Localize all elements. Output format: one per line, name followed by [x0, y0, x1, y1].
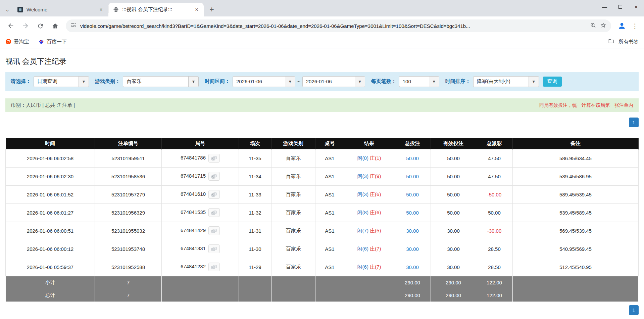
- cell-table-no: AS1: [315, 240, 344, 258]
- round-detail-button[interactable]: [208, 172, 220, 181]
- cell-result: 闲(3) 庄(9): [344, 167, 394, 185]
- cell-total-bet[interactable]: 50.00: [394, 167, 431, 185]
- cell-bet-id: 523101952588: [95, 258, 162, 276]
- table-row: 2026-01-06 06:02:30523101958536674841715…: [6, 167, 639, 185]
- cell-bet-id: 523101958536: [95, 167, 162, 185]
- footer-total-bet: 290.00: [394, 289, 431, 302]
- date-start-input[interactable]: 2026-01-06 ▼: [233, 76, 295, 87]
- bookmark-taobao[interactable]: 爱淘宝: [5, 39, 29, 45]
- sort-label: 时间排序：: [445, 78, 470, 85]
- bookmark-label: 百度一下: [47, 39, 67, 45]
- round-detail-button[interactable]: [208, 154, 220, 163]
- reload-button[interactable]: [34, 19, 47, 33]
- close-tab-icon[interactable]: ×: [97, 6, 105, 13]
- cell-game: 百家乐: [271, 185, 315, 203]
- cell-bet-id: 523101959511: [95, 149, 162, 167]
- cell-note: 586.95/634.45: [513, 149, 639, 167]
- cell-time: 2026-01-06 06:00:51: [6, 222, 95, 240]
- cell-total-bet[interactable]: 30.00: [394, 258, 431, 276]
- forward-button[interactable]: [19, 19, 32, 33]
- chevron-down-icon[interactable]: ▼: [429, 77, 439, 87]
- cell-payout: 28.50: [476, 240, 513, 258]
- date-end-input[interactable]: 2026-01-06 ▼: [302, 76, 365, 87]
- bet-table: 时间注单编号局号场次游戏类别桌号结果总投注有效投注总派彩备注 2026-01-0…: [5, 138, 639, 302]
- cell-result: 闲(6) 庄(7): [344, 240, 394, 258]
- browser-chrome: ⌄ Welcome × :::视讯 会员下注纪录::: × + — ×: [0, 0, 644, 48]
- pagination-bottom: 1: [5, 305, 639, 315]
- footer-payout: 122.00: [476, 276, 513, 289]
- profile-avatar[interactable]: [615, 19, 629, 33]
- maximize-button[interactable]: [612, 0, 628, 13]
- cell-payout: 28.50: [476, 258, 513, 276]
- minimize-button[interactable]: —: [597, 0, 612, 13]
- chevron-down-icon[interactable]: ▼: [285, 77, 295, 87]
- filter-bar: 请选择： 日期查询 ▼ 游戏类别： 百家乐 ▼ 时间区间： 2026-01-06…: [5, 72, 639, 91]
- per-page-select[interactable]: 100 ▼: [399, 76, 439, 87]
- chevron-down-icon: ⌄: [5, 7, 10, 13]
- cell-session: 11-33: [239, 185, 271, 203]
- cell-round: 674841232: [162, 258, 239, 276]
- round-detail-button[interactable]: [208, 244, 220, 253]
- subtotal-row: 小计7290.00290.00122.00: [6, 276, 639, 289]
- cell-valid-bet: 50.00: [431, 149, 476, 167]
- per-page-value: 100: [399, 77, 429, 87]
- table-row: 2026-01-06 06:00:12523101953748674841331…: [6, 240, 639, 258]
- cell-table-no: AS1: [315, 222, 344, 240]
- url-bar[interactable]: videoie.com/game/betrecord_search/kind3?…: [66, 19, 611, 32]
- game-kind-label: 游戏类别：: [95, 78, 120, 85]
- folder-icon: [608, 38, 614, 45]
- taobao-favicon: [5, 39, 11, 45]
- round-detail-button[interactable]: [208, 226, 220, 235]
- cell-total-bet[interactable]: 50.00: [394, 149, 431, 167]
- all-bookmarks[interactable]: 所有书签: [604, 38, 639, 45]
- date-end-value: 2026-01-06: [303, 77, 355, 87]
- chevron-down-icon[interactable]: ▼: [79, 77, 89, 87]
- result-player: 闲(8): [357, 210, 368, 215]
- close-window-button[interactable]: ×: [628, 0, 644, 13]
- cell-session: 11-29: [239, 258, 271, 276]
- cell-game: 百家乐: [271, 149, 315, 167]
- new-tab-button[interactable]: +: [206, 3, 218, 15]
- cell-total-bet[interactable]: 30.00: [394, 240, 431, 258]
- page-1-button[interactable]: 1: [629, 118, 639, 127]
- tab-welcome[interactable]: Welcome ×: [13, 3, 108, 16]
- cell-total-bet[interactable]: 50.00: [394, 203, 431, 222]
- column-header: 备注: [513, 138, 639, 149]
- tab-search-button[interactable]: ⌄: [2, 3, 13, 16]
- per-page-label: 每页笔数：: [371, 78, 396, 85]
- footer-label: 总计: [6, 289, 95, 302]
- cell-game: 百家乐: [271, 222, 315, 240]
- result-player: 闲(3): [357, 173, 368, 179]
- round-detail-button[interactable]: [208, 190, 220, 199]
- footer-label: 小计: [6, 276, 95, 289]
- home-button[interactable]: [48, 19, 62, 33]
- sort-select[interactable]: 降幂(由大到小) ▼: [473, 76, 539, 87]
- cell-table-no: AS1: [315, 149, 344, 167]
- back-button[interactable]: [4, 19, 17, 33]
- cell-table-no: AS1: [315, 185, 344, 203]
- query-type-select[interactable]: 日期查询 ▼: [34, 76, 89, 87]
- cell-round: 674841610: [162, 185, 239, 203]
- page-1-button[interactable]: 1: [629, 305, 639, 315]
- cell-total-bet[interactable]: 50.00: [394, 185, 431, 203]
- close-tab-icon[interactable]: ×: [193, 6, 200, 13]
- chevron-down-icon[interactable]: ▼: [355, 77, 365, 87]
- chevron-down-icon[interactable]: ▼: [529, 77, 539, 87]
- query-type-label: 请选择：: [11, 78, 31, 85]
- game-kind-select[interactable]: 百家乐 ▼: [123, 76, 199, 87]
- cell-total-bet[interactable]: 30.00: [394, 222, 431, 240]
- search-button[interactable]: 查询: [543, 77, 562, 87]
- cell-valid-bet: 50.00: [431, 185, 476, 203]
- footer-total-bet: 290.00: [394, 276, 431, 289]
- site-info-icon[interactable]: [70, 22, 77, 30]
- zoom-icon[interactable]: [590, 22, 596, 30]
- round-detail-button[interactable]: [208, 263, 220, 271]
- bookmark-baidu[interactable]: 百度一下: [38, 39, 67, 45]
- menu-icon[interactable]: ⋮: [630, 22, 640, 30]
- bookmark-star-icon[interactable]: [600, 22, 606, 30]
- tab-betrecord[interactable]: :::视讯 会员下注纪录::: ×: [108, 3, 204, 16]
- url-text[interactable]: videoie.com/game/betrecord_search/kind3?…: [80, 23, 586, 29]
- result-player: 闲(7): [357, 228, 368, 233]
- chevron-down-icon[interactable]: ▼: [188, 77, 198, 87]
- round-detail-button[interactable]: [208, 208, 220, 217]
